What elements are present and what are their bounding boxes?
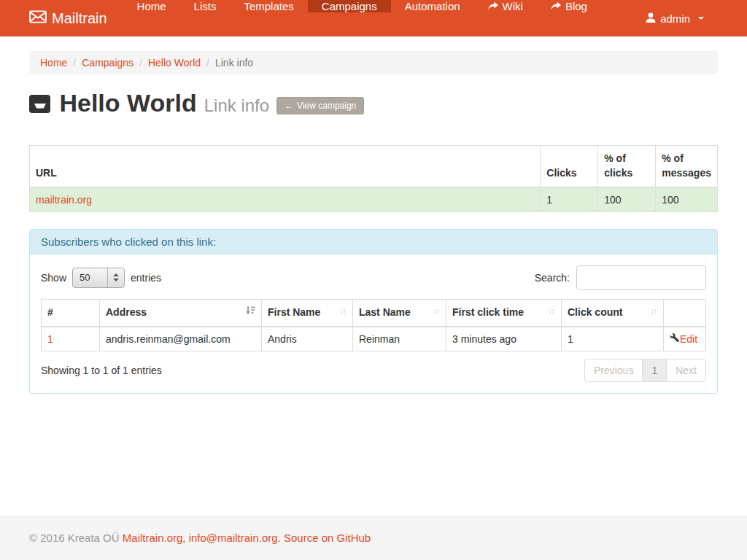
page-header: Hello World Link info ← View campaign — [29, 89, 718, 117]
page-title: Hello World — [29, 89, 197, 117]
subscriber-index: 1 — [42, 327, 100, 351]
nav-item-wiki[interactable]: Wiki — [474, 0, 537, 12]
col-url: URL — [30, 146, 541, 187]
pagination-next[interactable]: Next — [666, 359, 706, 382]
col-first-click-time[interactable]: First click time ↓↑ — [446, 299, 562, 326]
breadcrumb-separator: / — [67, 57, 82, 69]
breadcrumb-hello-world[interactable]: Hello World — [148, 57, 201, 69]
subscribers-panel: Subscribers who clicked on this link: Sh… — [29, 229, 718, 394]
breadcrumb-campaigns[interactable]: Campaigns — [82, 57, 133, 69]
link-stats-table: URL Clicks % of clicks % of messages mai… — [29, 145, 718, 212]
sort-icon: ↓↑ — [339, 306, 347, 318]
footer-source-link[interactable]: Source on GitHub — [284, 532, 371, 544]
col-actions — [664, 299, 706, 326]
page-size-select[interactable]: 50 — [72, 268, 125, 288]
nav-item-lists[interactable]: Lists — [180, 0, 231, 12]
panel-heading: Subscribers who clicked on this link: — [30, 230, 717, 254]
footer-site-link[interactable]: Mailtrain.org — [123, 532, 183, 544]
show-label: Show — [41, 272, 66, 284]
link-stats-header-row: URL Clicks % of clicks % of messages — [30, 146, 718, 187]
footer-email-link[interactable]: info@mailtrain.org — [189, 532, 278, 544]
nav-item-automation[interactable]: Automation — [391, 0, 474, 12]
sort-icon: ↓↑ — [433, 306, 440, 318]
view-campaign-button[interactable]: ← View campaign — [276, 97, 364, 114]
sort-icon: ↓↑ — [548, 306, 555, 318]
table-info: Showing 1 to 1 of 1 entries — [41, 365, 162, 376]
subscribers-header-row: # Address — [42, 299, 706, 326]
pagination-page-1[interactable]: 1 — [642, 359, 667, 382]
page-length-control: Show 50 entries — [41, 268, 161, 288]
subscriber-last-name: Reinman — [353, 327, 446, 351]
link-url[interactable]: mailtrain.org — [36, 194, 92, 206]
col-pct-messages: % of messages — [656, 146, 718, 187]
nav-item-home[interactable]: Home — [123, 0, 180, 12]
page-footer: © 2016 Kreata OÜ Mailtrain.org, info@mai… — [0, 516, 747, 560]
breadcrumb-separator: / — [133, 57, 148, 69]
subscriber-address: andris.reinman@gmail.com — [100, 327, 262, 351]
col-clicks: Clicks — [541, 146, 598, 187]
link-clicks: 1 — [541, 187, 598, 212]
subscriber-click-count: 1 — [562, 327, 664, 351]
breadcrumb: Home / Campaigns / Hello World / Link in… — [29, 51, 718, 74]
sort-ascending-icon — [245, 306, 255, 320]
edit-subscriber-link[interactable]: Edit — [670, 333, 697, 345]
col-address[interactable]: Address — [100, 299, 262, 326]
page-subtitle: Link info — [204, 96, 269, 116]
link-pct-clicks: 100 — [598, 187, 656, 212]
wrench-icon — [670, 333, 679, 345]
top-navbar: Mailtrain Home Lists Templates Campaigns… — [0, 0, 747, 36]
brand-label: Mailtrain — [52, 10, 107, 27]
sort-icon: ↓↑ — [650, 306, 657, 318]
main-nav: Home Lists Templates Campaigns Automatio… — [123, 0, 601, 36]
breadcrumb-home[interactable]: Home — [40, 57, 67, 69]
col-last-name[interactable]: Last Name ↓↑ — [353, 299, 446, 326]
subscriber-first-name: Andris — [262, 327, 353, 351]
link-pct-messages: 100 — [656, 187, 718, 212]
copyright-text: © 2016 Kreata OÜ — [29, 532, 120, 544]
nav-item-templates[interactable]: Templates — [230, 0, 307, 12]
inbox-icon — [29, 91, 58, 119]
user-icon — [646, 12, 656, 25]
search-input[interactable] — [576, 265, 706, 290]
select-spinner-icon — [107, 268, 124, 287]
user-name: admin — [660, 12, 690, 25]
envelope-icon — [29, 10, 47, 27]
breadcrumb-current: Link info — [215, 57, 253, 69]
subscribers-table: # Address — [41, 299, 706, 351]
search-label: Search: — [535, 272, 570, 284]
user-menu[interactable]: admin — [632, 0, 718, 36]
subscriber-row: 1 andris.reinman@gmail.com Andris Reinma… — [42, 327, 706, 351]
col-index[interactable]: # — [42, 299, 100, 326]
pagination: Previous 1 Next — [584, 359, 706, 382]
col-pct-clicks: % of clicks — [598, 146, 656, 187]
col-first-name[interactable]: First Name ↓↑ — [262, 299, 353, 326]
external-link-icon — [551, 0, 561, 12]
caret-down-icon — [698, 17, 704, 20]
external-link-icon — [488, 0, 498, 12]
entries-label: entries — [131, 272, 161, 284]
link-stats-row: mailtrain.org 1 100 100 — [30, 187, 718, 212]
nav-item-campaigns[interactable]: Campaigns — [308, 0, 391, 12]
pagination-previous[interactable]: Previous — [584, 359, 643, 382]
back-arrow-icon: ← — [285, 101, 293, 111]
brand-link[interactable]: Mailtrain — [29, 0, 107, 36]
breadcrumb-separator: / — [201, 57, 215, 69]
nav-item-blog[interactable]: Blog — [537, 0, 601, 12]
col-click-count[interactable]: Click count ↓↑ — [562, 299, 664, 326]
subscriber-first-click: 3 minutes ago — [446, 327, 562, 351]
